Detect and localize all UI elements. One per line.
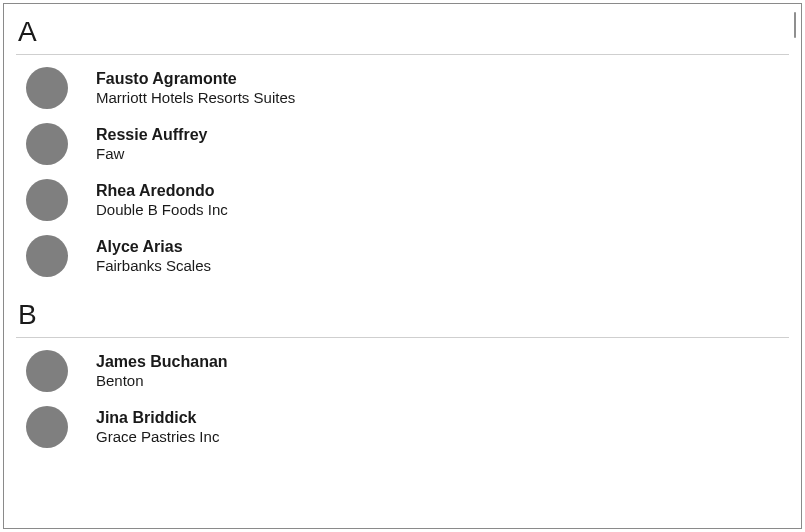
- contact-name: Fausto Agramonte: [96, 69, 295, 89]
- contact-company: Fairbanks Scales: [96, 257, 211, 276]
- list-frame: A Fausto Agramonte Marriott Hotels Resor…: [3, 3, 802, 529]
- grouped-list: A Fausto Agramonte Marriott Hotels Resor…: [4, 4, 801, 452]
- contact-company: Grace Pastries Inc: [96, 428, 219, 447]
- avatar: [26, 406, 68, 448]
- avatar: [26, 179, 68, 221]
- list-item[interactable]: Jina Briddick Grace Pastries Inc: [16, 402, 789, 452]
- list-item-text: James Buchanan Benton: [96, 352, 228, 391]
- avatar: [26, 123, 68, 165]
- contact-name: Jina Briddick: [96, 408, 219, 428]
- list-item-text: Alyce Arias Fairbanks Scales: [96, 237, 211, 276]
- contact-name: Ressie Auffrey: [96, 125, 207, 145]
- avatar: [26, 350, 68, 392]
- list-item-text: Ressie Auffrey Faw: [96, 125, 207, 164]
- contact-name: Rhea Aredondo: [96, 181, 228, 201]
- contact-name: James Buchanan: [96, 352, 228, 372]
- contact-company: Double B Foods Inc: [96, 201, 228, 220]
- list-item[interactable]: Fausto Agramonte Marriott Hotels Resorts…: [16, 63, 789, 113]
- list-item[interactable]: Ressie Auffrey Faw: [16, 119, 789, 169]
- list-item-text: Fausto Agramonte Marriott Hotels Resorts…: [96, 69, 295, 108]
- avatar: [26, 67, 68, 109]
- list-item[interactable]: Rhea Aredondo Double B Foods Inc: [16, 175, 789, 225]
- list-item[interactable]: James Buchanan Benton: [16, 346, 789, 396]
- contact-company: Benton: [96, 372, 228, 391]
- list-item[interactable]: Alyce Arias Fairbanks Scales: [16, 231, 789, 281]
- scrollbar-thumb[interactable]: [794, 12, 796, 38]
- list-item-text: Rhea Aredondo Double B Foods Inc: [96, 181, 228, 220]
- contact-company: Faw: [96, 145, 207, 164]
- group-header-b[interactable]: B: [16, 295, 789, 338]
- avatar: [26, 235, 68, 277]
- contact-name: Alyce Arias: [96, 237, 211, 257]
- list-item-text: Jina Briddick Grace Pastries Inc: [96, 408, 219, 447]
- group-header-a[interactable]: A: [16, 12, 789, 55]
- contact-company: Marriott Hotels Resorts Suites: [96, 89, 295, 108]
